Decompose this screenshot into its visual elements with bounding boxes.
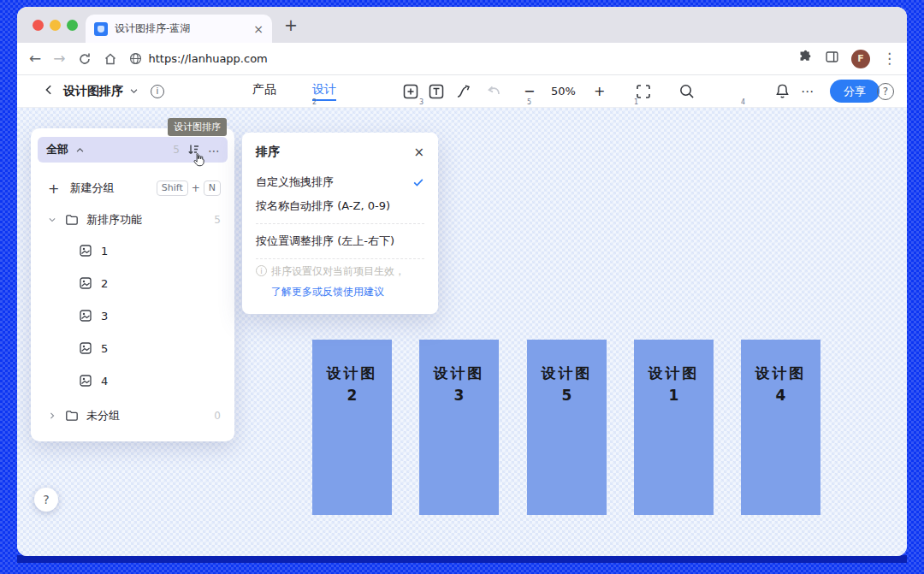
connector-tool-icon[interactable] xyxy=(453,81,474,102)
board-title: 设计图 xyxy=(741,362,820,384)
tab-close-icon[interactable]: × xyxy=(253,22,264,36)
project-info-icon[interactable]: i xyxy=(151,85,164,98)
traffic-zoom-button[interactable] xyxy=(67,20,78,31)
traffic-close-button[interactable] xyxy=(33,20,44,31)
new-tab-button[interactable]: + xyxy=(284,15,298,34)
group-label: 未分组 xyxy=(86,408,120,423)
layer-label: 3 xyxy=(101,310,108,323)
lanhu-favicon-icon xyxy=(94,22,108,36)
app-back-icon[interactable] xyxy=(43,83,55,99)
desktop-background: 设计图排序-蓝湖 × + ← → https://lanhuapp.com xyxy=(0,0,924,574)
board-number: 2 xyxy=(312,384,392,406)
popup-divider xyxy=(256,223,424,224)
plus-icon: + xyxy=(48,180,59,197)
layer-label: 4 xyxy=(101,375,108,388)
board-title: 设计图 xyxy=(527,362,607,384)
project-title[interactable]: 设计图排序 xyxy=(63,84,123,99)
design-board[interactable]: 设计图 3 xyxy=(419,340,499,515)
zoom-out-button[interactable]: − xyxy=(524,83,535,99)
popup-note: i 排序设置仅对当前项目生效， xyxy=(256,264,424,279)
sort-popup-title: 排序 xyxy=(256,145,280,160)
board-tag[interactable]: 1 xyxy=(634,98,638,106)
layer-label: 1 xyxy=(101,245,108,257)
group-row-sorting[interactable]: 新排序功能 5 xyxy=(38,205,228,234)
layer-item[interactable]: 4 xyxy=(38,364,228,397)
layers-panel: 全部 5 ⋯ + 新建分组 Shift + N 新排 xyxy=(31,128,234,441)
design-board[interactable]: 设计图 2 xyxy=(312,340,392,515)
image-icon xyxy=(79,244,92,257)
design-board[interactable]: 设计图 4 xyxy=(741,340,820,515)
group-count: 5 xyxy=(214,214,221,226)
sort-option-label: 自定义拖拽排序 xyxy=(256,175,334,190)
side-panel-icon[interactable] xyxy=(825,50,839,68)
board-tag[interactable]: 4 xyxy=(741,98,745,106)
app-toolbar: 设计图排序 i 产品 设计 − 50% + xyxy=(17,75,907,108)
image-icon xyxy=(79,309,92,323)
extensions-icon[interactable] xyxy=(798,50,813,68)
sort-option-label: 按位置调整排序 (左上-右下) xyxy=(256,234,394,249)
board-tag[interactable]: 3 xyxy=(419,98,424,106)
zoom-in-button[interactable]: + xyxy=(594,83,605,99)
popup-divider xyxy=(256,258,424,259)
traffic-minimize-button[interactable] xyxy=(50,20,61,31)
image-icon xyxy=(79,374,92,388)
image-icon xyxy=(79,341,92,355)
zoom-level[interactable]: 50% xyxy=(551,85,576,98)
layer-item[interactable]: 5 xyxy=(38,332,228,364)
group-more-icon[interactable]: ⋯ xyxy=(208,144,221,157)
board-title: 设计图 xyxy=(419,362,499,384)
board-number: 5 xyxy=(527,384,607,406)
back-icon[interactable]: ← xyxy=(29,51,41,66)
text-tool-icon[interactable] xyxy=(426,81,447,102)
more-actions-icon[interactable]: ⋯ xyxy=(801,84,814,99)
profile-avatar[interactable]: F xyxy=(851,50,870,68)
browser-tab[interactable]: 设计图排序-蓝湖 × xyxy=(86,15,272,43)
group-row-ungrouped[interactable]: 未分组 0 xyxy=(38,400,228,431)
board-tag[interactable]: 5 xyxy=(527,98,531,106)
add-board-tool-icon[interactable] xyxy=(400,81,421,102)
browser-tabstrip: 设计图排序-蓝湖 × + xyxy=(17,7,907,43)
layer-item[interactable]: 2 xyxy=(38,267,228,299)
window-shadow xyxy=(17,555,907,563)
help-fab-button[interactable]: ? xyxy=(34,488,58,512)
share-button[interactable]: 分享 xyxy=(830,80,880,103)
layer-label: 5 xyxy=(101,342,108,355)
chevron-up-icon[interactable] xyxy=(75,145,85,155)
popup-close-icon[interactable]: × xyxy=(413,145,424,160)
group-count: 0 xyxy=(214,410,221,422)
sort-option-custom[interactable]: 自定义拖拽排序 xyxy=(256,170,424,194)
feedback-link[interactable]: 了解更多或反馈使用建议 xyxy=(271,285,424,299)
layer-label: 2 xyxy=(101,277,108,290)
search-icon[interactable] xyxy=(676,81,696,102)
sort-option-name[interactable]: 按名称自动排序 (A-Z, 0-9) xyxy=(256,194,424,218)
sort-option-position[interactable]: 按位置调整排序 (左上-右下) xyxy=(256,229,424,253)
design-board[interactable]: 设计图 1 xyxy=(634,340,714,515)
url-text[interactable]: https://lanhuapp.com xyxy=(149,52,268,65)
layer-item[interactable]: 3 xyxy=(38,299,228,332)
hand-cursor-icon xyxy=(191,152,206,171)
tab-product[interactable]: 产品 xyxy=(252,82,276,101)
browser-menu-icon[interactable]: ⋮ xyxy=(882,51,897,66)
browser-navbar: ← → https://lanhuapp.com F ⋮ xyxy=(17,43,907,75)
folder-icon xyxy=(65,409,79,423)
reload-icon[interactable] xyxy=(78,52,92,66)
home-icon[interactable] xyxy=(104,52,117,66)
site-globe-icon[interactable] xyxy=(129,52,142,65)
chevron-down-icon[interactable] xyxy=(48,216,56,224)
layer-item[interactable]: 1 xyxy=(38,234,228,267)
notifications-bell-icon[interactable] xyxy=(772,81,792,102)
board-number: 1 xyxy=(634,384,714,406)
project-caret-icon[interactable] xyxy=(129,83,139,99)
undo-icon[interactable] xyxy=(483,81,504,102)
sort-popup: 排序 × 自定义拖拽排序 按名称自动排序 (A-Z, 0-9) 按位置调整排序 … xyxy=(242,133,438,314)
new-group-row[interactable]: + 新建分组 Shift + N xyxy=(38,171,228,205)
chevron-right-icon[interactable] xyxy=(48,411,56,420)
check-icon xyxy=(412,176,424,188)
design-board[interactable]: 设计图 5 xyxy=(527,340,607,515)
forward-icon[interactable]: → xyxy=(53,51,65,66)
board-tag[interactable]: 2 xyxy=(312,98,317,106)
kbd-shift: Shift xyxy=(157,180,188,196)
group-label: 新排序功能 xyxy=(86,212,142,228)
board-title: 设计图 xyxy=(312,362,392,384)
toolbar-help-icon[interactable]: ? xyxy=(877,83,894,100)
